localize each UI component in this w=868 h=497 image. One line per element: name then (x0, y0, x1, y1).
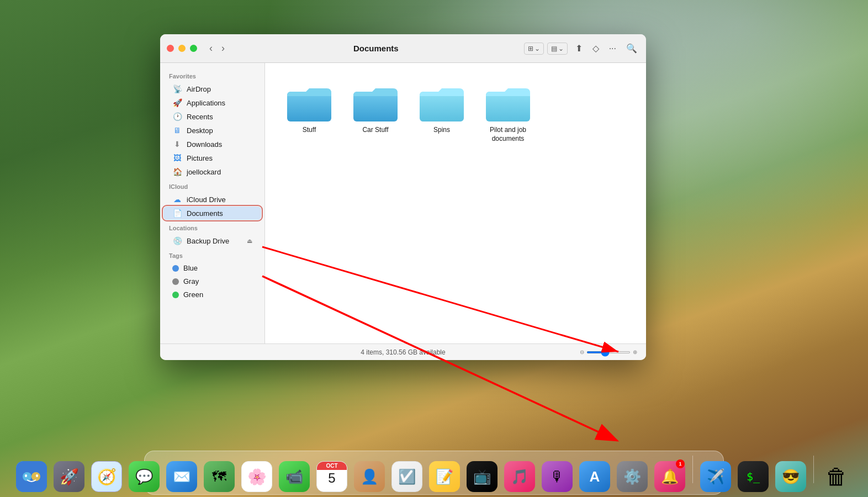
file-item-pilot-job[interactable]: Pilot and job documents (480, 80, 536, 147)
dock-item-facetime[interactable]: 📹 (277, 459, 311, 494)
dock-item-reminders[interactable]: ☑️ (390, 459, 424, 494)
back-button[interactable]: ‹ (206, 40, 216, 56)
zoom-slider-input[interactable] (586, 351, 631, 353)
svg-rect-12 (25, 474, 27, 477)
trash-icon: 🗑 (821, 461, 852, 492)
folder-icon-pilot-job (486, 84, 530, 121)
folder-icon-spins (420, 84, 464, 121)
sidebar-item-home[interactable]: 🏠 joellockard (163, 165, 261, 178)
sidebar-item-icloud-drive[interactable]: ☁ iCloud Drive (163, 193, 261, 206)
dock-item-appstore[interactable]: A (578, 459, 612, 494)
dock-item-music[interactable]: 🎵 (502, 459, 537, 494)
dock-item-mail[interactable]: ✉️ (165, 459, 199, 494)
dock-item-appletv[interactable]: 📺 (465, 459, 499, 494)
sidebar-item-downloads[interactable]: ⬇ Downloads (163, 138, 261, 151)
file-label: Pilot and job documents (485, 126, 531, 143)
forward-button[interactable]: › (218, 40, 228, 56)
dock-item-photos[interactable]: 🌸 (240, 459, 274, 494)
toolbar-actions: ⊞ ⌄ ▤ ⌄ ⬆ ◇ ··· 🔍 (524, 41, 639, 56)
dock-item-launchpad[interactable]: 🚀 (52, 459, 86, 494)
dock-separator (692, 456, 693, 483)
dock-item-calendar[interactable]: OCT 5 (315, 459, 349, 494)
reminders-icon: ☑️ (391, 461, 422, 492)
titlebar: ‹ › Documents ⊞ ⌄ ▤ ⌄ ⬆ ◇ ··· 🔍 (160, 34, 646, 63)
svg-rect-2 (420, 92, 464, 121)
sidebar-item-label: Green (183, 290, 203, 299)
sidebar-item-pictures[interactable]: 🖼 Pictures (163, 151, 261, 165)
sidebar-item-label: Gray (183, 277, 199, 285)
share-icon[interactable]: ⬆ (573, 41, 585, 56)
status-bar: 4 items, 310.56 GB available ⊖ ⊕ (160, 343, 646, 360)
view-options: ⊞ ⌄ ▤ ⌄ (524, 43, 568, 55)
dock-item-systemprefs[interactable]: ⚙️ (615, 459, 649, 494)
sidebar-item-tag-green[interactable]: Green (163, 288, 261, 301)
more-icon[interactable]: ··· (607, 41, 618, 56)
dock-item-trash[interactable]: 🗑 (819, 459, 854, 494)
sidebar-item-documents[interactable]: 📄 Documents (163, 207, 261, 220)
icon-view-button[interactable]: ⊞ ⌄ (524, 43, 544, 55)
file-item-spins[interactable]: Spins (414, 80, 469, 147)
calendar-icon: OCT 5 (316, 461, 347, 492)
sidebar-item-applications[interactable]: 🚀 Applications (163, 96, 261, 109)
sidebar-item-tag-blue[interactable]: Blue (163, 262, 261, 274)
dock-item-telegram[interactable]: ✈️ (698, 459, 733, 494)
sidebar-item-recents[interactable]: 🕐 Recents (163, 110, 261, 123)
traffic-lights (167, 45, 197, 52)
files-grid: Stuff (276, 74, 635, 153)
drive-icon: 💿 (172, 236, 182, 245)
close-button[interactable] (167, 45, 174, 52)
sidebar-item-tag-gray[interactable]: Gray (163, 275, 261, 288)
sidebar-item-label: Documents (187, 209, 223, 218)
file-label: Stuff (303, 126, 316, 135)
dock-item-safari[interactable]: 🧭 (89, 459, 124, 494)
dock-item-podcasts[interactable]: 🎙 (540, 459, 574, 494)
favorites-section-label: Favorites (160, 68, 264, 82)
mail-icon: ✉️ (166, 461, 197, 492)
search-icon[interactable]: 🔍 (624, 41, 639, 56)
sidebar-item-backup-drive[interactable]: 💿 Backup Drive ⏏ (163, 234, 261, 247)
status-text: 4 items, 310.56 GB available (361, 348, 445, 356)
sidebar-item-airdrop[interactable]: 📡 AirDrop (163, 82, 261, 96)
dock-item-notification[interactable]: 1 🔔 (653, 459, 687, 494)
file-item-car-stuff[interactable]: Car Stuff (348, 80, 403, 147)
locations-section-label: Locations (160, 220, 264, 234)
safari-icon: 🧭 (91, 461, 122, 492)
minimize-button[interactable] (178, 45, 186, 52)
dock-item-terminal[interactable]: $_ (736, 459, 770, 494)
maximize-button[interactable] (190, 45, 197, 52)
list-view-button[interactable]: ▤ ⌄ (547, 43, 568, 55)
terminal-icon: $_ (738, 461, 769, 492)
svg-rect-3 (486, 92, 530, 121)
blue-tag-dot (172, 265, 179, 272)
dock-item-messages[interactable]: 💬 (127, 459, 161, 494)
file-item-stuff[interactable]: Stuff (282, 80, 337, 147)
tags-section-label: Tags (160, 248, 264, 261)
svg-point-9 (23, 472, 31, 481)
document-icon: 📄 (172, 209, 182, 218)
dock-item-finder[interactable] (14, 459, 49, 494)
icloud-icon: ☁ (172, 195, 182, 204)
folder-icon-car-stuff (353, 84, 398, 121)
navigation-buttons: ‹ › (206, 40, 228, 56)
telegram-icon: ✈️ (700, 461, 731, 492)
green-tag-dot (172, 292, 179, 298)
sidebar-item-label: Applications (187, 99, 225, 107)
dock-item-maps[interactable]: 🗺 (202, 459, 236, 494)
sidebar-item-desktop[interactable]: 🖥 Desktop (163, 124, 261, 137)
dock-item-contacts[interactable]: 👤 (352, 459, 387, 494)
eject-icon[interactable]: ⏏ (247, 237, 252, 245)
downloads-icon: ⬇ (172, 140, 182, 149)
folder-icon-stuff (287, 84, 331, 121)
list-icon: ▤ (551, 45, 557, 52)
dock-item-notes[interactable]: 📝 (427, 459, 462, 494)
dock-item-persona[interactable]: 😎 (774, 459, 808, 494)
svg-rect-0 (287, 92, 331, 121)
tag-icon[interactable]: ◇ (590, 41, 601, 56)
zoom-out-icon: ⊖ (580, 349, 584, 355)
gray-tag-dot (172, 278, 179, 285)
sidebar-item-label: AirDrop (187, 85, 211, 93)
svg-rect-13 (36, 474, 38, 477)
sidebar-item-label: Recents (187, 113, 213, 121)
file-label: Spins (433, 126, 450, 135)
photos-icon: 🌸 (241, 461, 272, 492)
